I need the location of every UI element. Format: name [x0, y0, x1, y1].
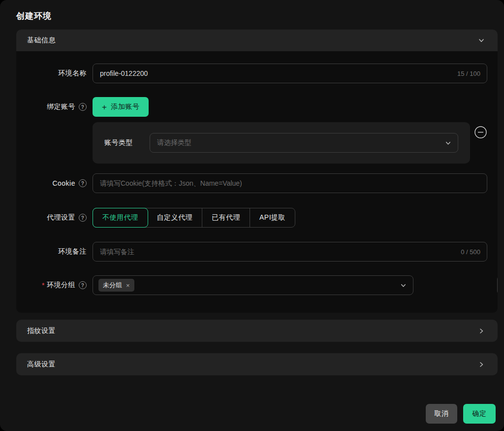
proxy-segmented-control: 不使用代理 自定义代理 已有代理 API提取	[93, 208, 295, 228]
section-basic-title: 基础信息	[27, 36, 56, 45]
help-icon[interactable]: ?	[79, 281, 87, 289]
proxy-option-existing[interactable]: 已有代理	[202, 208, 250, 227]
help-icon[interactable]: ?	[79, 214, 87, 222]
dialog-title: 创建环境	[16, 10, 52, 22]
row-cookie: Cookie ?	[16, 173, 487, 193]
create-environment-dialog: 创建环境 基础信息 环境名称 15 / 100 绑定账号 ?	[0, 0, 504, 431]
group-controls: 未分组 × 设置标签(0)	[93, 275, 486, 295]
account-type-placeholder: 请选择类型	[157, 138, 191, 147]
help-icon[interactable]: ?	[79, 103, 87, 111]
env-name-input-wrap: 15 / 100	[93, 64, 487, 83]
bind-account-label: 绑定账号 ?	[16, 102, 87, 111]
close-icon[interactable]: ×	[126, 282, 130, 289]
section-advanced-title: 高级设置	[27, 360, 56, 369]
proxy-option-no-proxy[interactable]: 不使用代理	[93, 208, 148, 228]
remark-input-wrap: 0 / 500	[93, 242, 487, 262]
required-mark: *	[42, 281, 45, 289]
row-bind-account: 绑定账号 ? + 添加账号	[16, 97, 487, 117]
chevron-down-icon	[400, 282, 407, 289]
cookie-input-wrap	[93, 173, 487, 193]
section-basic-body: 环境名称 15 / 100 绑定账号 ? + 添加账号	[16, 51, 498, 313]
section-advanced-header[interactable]: 高级设置	[16, 353, 498, 375]
env-name-input[interactable]	[93, 64, 487, 83]
row-proxy: 代理设置 ? 不使用代理 自定义代理 已有代理 API提取	[16, 208, 295, 228]
row-account-type: 账号类型 请选择类型	[93, 133, 458, 153]
section-fingerprint-title: 指纹设置	[27, 327, 56, 335]
remark-input[interactable]	[93, 242, 487, 262]
chevron-right-icon	[478, 328, 485, 334]
help-icon[interactable]: ?	[79, 179, 87, 187]
account-type-select[interactable]: 请选择类型	[150, 133, 458, 153]
group-select[interactable]: 未分组 ×	[93, 275, 413, 295]
cancel-button[interactable]: 取消	[426, 404, 457, 424]
remark-label: 环境备注	[16, 247, 87, 256]
row-env-name: 环境名称 15 / 100	[16, 64, 487, 83]
remove-account-button[interactable]	[474, 126, 487, 139]
env-name-label: 环境名称	[16, 69, 87, 78]
chevron-down-icon	[478, 37, 485, 44]
group-label: * 环境分组 ?	[16, 281, 87, 290]
group-tag-chip: 未分组 ×	[98, 279, 134, 292]
row-group: * 环境分组 ? 未分组 ×	[16, 275, 486, 295]
cookie-input[interactable]	[93, 173, 487, 193]
minus-circle-icon	[474, 126, 487, 139]
proxy-label: 代理设置 ?	[16, 213, 87, 222]
chevron-down-icon	[445, 140, 451, 146]
set-tags-button[interactable]: 设置标签(0)	[497, 275, 498, 295]
confirm-button[interactable]: 确定	[463, 404, 496, 424]
row-remark: 环境备注 0 / 500	[16, 242, 487, 262]
chevron-right-icon	[478, 361, 485, 368]
account-type-label: 账号类型	[93, 138, 150, 147]
cookie-label: Cookie ?	[16, 179, 87, 187]
section-basic-header[interactable]: 基础信息	[16, 30, 498, 51]
account-panel: 账号类型 请选择类型	[93, 122, 470, 164]
section-basic-info: 基础信息 环境名称 15 / 100 绑定账号 ?	[16, 30, 498, 313]
proxy-option-custom[interactable]: 自定义代理	[148, 208, 202, 227]
plus-icon: +	[102, 103, 107, 111]
proxy-option-api[interactable]: API提取	[250, 208, 295, 227]
section-fingerprint-header[interactable]: 指纹设置	[16, 320, 498, 342]
add-account-button[interactable]: + 添加账号	[93, 97, 149, 117]
